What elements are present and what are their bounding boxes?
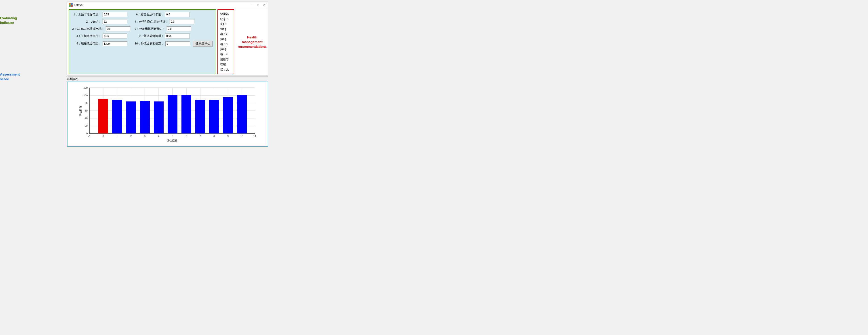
svg-text:0: 0 <box>86 132 88 135</box>
result-line-4: 薄弱项：4 <box>220 47 231 57</box>
bar-6 <box>182 95 191 133</box>
input-row-7: 7：外套和法兰结合情况： <box>135 19 213 24</box>
field-f4[interactable] <box>102 33 127 38</box>
bar-0 <box>98 99 108 133</box>
label-f7: 7：外套和法兰结合情况： <box>135 20 168 24</box>
label-f6: 6：避雷器运行年限： <box>135 13 164 17</box>
window-title: Form28 <box>74 3 250 6</box>
svg-text:0: 0 <box>102 135 104 138</box>
result-panel: 避雷器状态：良好 薄弱项：2 薄弱项：3 薄弱项：4 健康管理建议：无 <box>217 9 234 74</box>
svg-text:80: 80 <box>85 102 88 104</box>
side-label-area: Health managementrecommendations <box>236 9 267 74</box>
window-body: 1：工频下泄漏电流： 6：避雷器运行年限： 2：U1mA： <box>67 8 268 75</box>
left-labels: Evaluating indicator Assessment score <box>0 0 22 81</box>
field-f7[interactable] <box>169 19 194 24</box>
svg-text:8: 8 <box>213 135 215 138</box>
label-f3: 3：0.75U1mA泄漏电流： <box>72 27 104 31</box>
svg-text:20: 20 <box>85 124 88 127</box>
form-window: Form28 – □ ✕ 1：工频下泄漏电流： <box>67 2 268 76</box>
input-panel: 1：工频下泄漏电流： 6：避雷器运行年限： 2：U1mA： <box>69 9 216 74</box>
svg-rect-1 <box>71 3 73 5</box>
svg-text:4: 4 <box>158 135 159 138</box>
svg-text:60: 60 <box>85 109 88 112</box>
input-grid: 1：工频下泄漏电流： 6：避雷器运行年限： 2：U1mA： <box>72 12 213 47</box>
bar-10 <box>237 95 247 133</box>
input-row-6: 6：避雷器运行年限： <box>135 12 213 17</box>
svg-rect-0 <box>69 3 71 5</box>
svg-text:6: 6 <box>186 135 187 138</box>
chart-title: 各项得分 <box>67 77 268 81</box>
input-row-3: 3：0.75U1mA泄漏电流： <box>72 26 130 31</box>
result-line-1: 避雷器状态：良好 <box>220 11 231 27</box>
svg-text:40: 40 <box>85 117 88 120</box>
result-line-3: 薄弱项：3 <box>220 37 231 47</box>
svg-text:5: 5 <box>172 135 173 138</box>
svg-text:1: 1 <box>117 135 118 138</box>
restore-button[interactable]: □ <box>256 3 260 7</box>
svg-text:120: 120 <box>84 87 88 89</box>
label-f5: 5：底座绝缘电阻： <box>72 42 101 45</box>
field-f5[interactable] <box>102 41 127 46</box>
close-button[interactable]: ✕ <box>262 3 266 7</box>
field-f2[interactable] <box>102 19 127 24</box>
bar-9 <box>223 97 233 133</box>
window-icon <box>69 3 73 7</box>
assessment-score-label: Assessment score <box>0 72 22 81</box>
title-bar-controls: – □ ✕ <box>250 3 266 7</box>
svg-rect-2 <box>69 5 71 7</box>
bar-7 <box>195 100 205 133</box>
bar-5 <box>167 95 178 133</box>
svg-text:11: 11 <box>253 135 256 138</box>
svg-text:7: 7 <box>199 135 201 138</box>
input-row-9: 9：紫外成像检测： <box>135 33 213 38</box>
result-line-2: 薄弱项：2 <box>220 27 231 37</box>
field-f6[interactable] <box>165 12 190 17</box>
svg-text:3: 3 <box>144 135 146 138</box>
bar-chart-svg: 0 20 40 60 80 100 120 评估得分 -1 0 1 <box>76 84 259 145</box>
result-line-5: 健康管理建议：无 <box>220 57 231 72</box>
label-f10: 10：外绝缘表面情况： <box>135 42 164 45</box>
right-content: Form28 – □ ✕ 1：工频下泄漏电流： <box>22 0 268 147</box>
field-f9[interactable] <box>165 33 190 38</box>
input-row-1: 1：工频下泄漏电流： <box>72 12 130 17</box>
label-f8: 8：外绝缘抗污秽能力： <box>135 27 165 31</box>
bar-8 <box>209 100 219 133</box>
field-f3[interactable] <box>106 26 130 31</box>
svg-text:100: 100 <box>84 94 88 97</box>
field-f1[interactable] <box>102 12 127 17</box>
input-row-8: 8：外绝缘抗污秽能力： <box>135 26 213 31</box>
bar-4 <box>154 101 163 133</box>
field-f10[interactable] <box>165 41 190 46</box>
svg-text:2: 2 <box>130 135 132 138</box>
input-row-5: 5：底座绝缘电阻： <box>72 41 130 47</box>
eval-button[interactable]: 健康度评估 <box>193 41 213 47</box>
label-f2: 2：U1mA： <box>72 20 101 24</box>
health-mgmt-label: Health managementrecommendations <box>238 35 267 49</box>
input-row-2: 2：U1mA： <box>72 19 130 24</box>
eval-indicator-label: Evaluating indicator <box>0 16 22 25</box>
svg-rect-3 <box>71 5 73 7</box>
label-f4: 4：工频参考电压： <box>72 34 101 38</box>
field-f8[interactable] <box>167 26 191 31</box>
input-row-4: 4：工频参考电压： <box>72 33 130 38</box>
svg-text:评估指标: 评估指标 <box>167 139 178 142</box>
svg-text:-1: -1 <box>88 135 91 138</box>
minimize-button[interactable]: – <box>250 3 254 7</box>
label-f1: 1：工频下泄漏电流： <box>72 13 101 17</box>
title-bar: Form28 – □ ✕ <box>67 2 268 8</box>
label-f9: 9：紫外成像检测： <box>135 34 164 38</box>
chart-section: 各项得分 <box>67 77 268 147</box>
bar-3 <box>140 101 150 133</box>
bar-1 <box>112 100 122 133</box>
bar-2 <box>126 101 136 133</box>
svg-text:10: 10 <box>241 135 243 138</box>
svg-text:评估得分: 评估得分 <box>79 106 82 116</box>
svg-text:9: 9 <box>227 135 228 138</box>
chart-svg-wrapper: 0 20 40 60 80 100 120 评估得分 -1 0 1 <box>71 84 264 145</box>
chart-container: 0 20 40 60 80 100 120 评估得分 -1 0 1 <box>67 82 268 147</box>
input-row-10: 10：外绝缘表面情况： 健康度评估 <box>135 41 213 47</box>
